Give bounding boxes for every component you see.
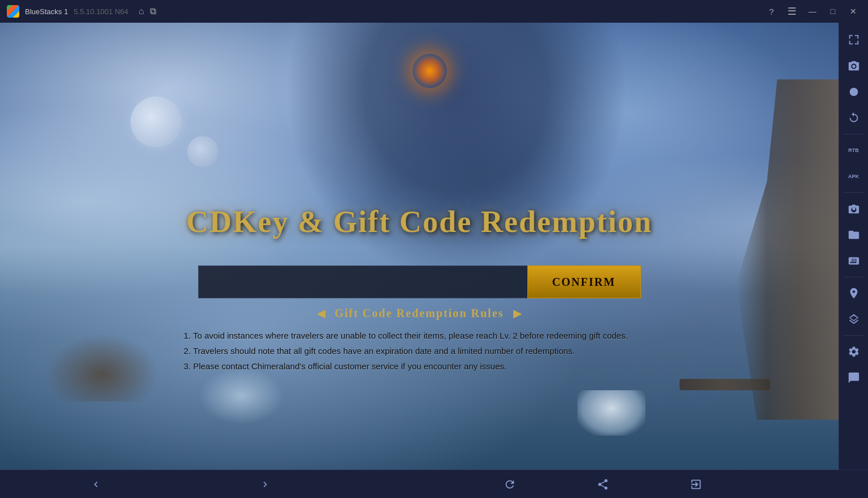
foreground-creature	[199, 368, 284, 424]
minimize-button[interactable]: —	[804, 3, 820, 19]
title-bar-left: BlueStacks 1 5.5.10.1001 N64 ⌂ ⧉	[7, 5, 156, 18]
refresh-button[interactable]	[497, 470, 522, 499]
apk-sidebar-icon[interactable]: APK	[841, 164, 866, 189]
rules-prev-arrow[interactable]: ◀	[317, 306, 325, 320]
window-controls: ? ☰ — □ ✕	[764, 3, 861, 19]
white-creature	[577, 390, 645, 436]
rules-title: Gift Code Redemption Rules	[334, 307, 504, 320]
exit-button[interactable]	[684, 470, 708, 499]
rule-item-1: 1. To avoid instances where travelers ar…	[184, 328, 655, 343]
app-title: BlueStacks 1	[25, 7, 68, 16]
sidebar-divider-3	[844, 277, 864, 277]
cloud-layer	[0, 23, 838, 470]
code-input[interactable]	[198, 265, 527, 298]
main-layout: CDKey & Gift Code Redemption CONFIRM ◀ G…	[0, 23, 868, 470]
page-title: CDKey & Gift Code Redemption	[164, 204, 675, 239]
layers-sidebar-icon[interactable]	[841, 307, 866, 332]
menu-button[interactable]: ☰	[784, 3, 800, 19]
back-button[interactable]	[11, 470, 181, 499]
camera2-sidebar-icon[interactable]	[841, 196, 866, 221]
game-area: CDKey & Gift Code Redemption CONFIRM ◀ G…	[0, 23, 838, 470]
close-button[interactable]: ✕	[845, 3, 861, 19]
input-area: CONFIRM	[198, 265, 641, 298]
foreground-bird	[45, 334, 159, 402]
keyboard-sidebar-icon[interactable]	[841, 248, 866, 273]
forward-button[interactable]	[181, 470, 350, 499]
record-sidebar-icon[interactable]	[841, 79, 866, 104]
maximize-button[interactable]: □	[825, 3, 841, 19]
title-bar: BlueStacks 1 5.5.10.1001 N64 ⌂ ⧉ ? ☰ — □…	[0, 0, 868, 23]
sidebar-divider-2	[844, 192, 864, 193]
rule-item-2: 2. Travelers should note that all gift c…	[184, 343, 655, 358]
settings-sidebar-icon[interactable]	[841, 339, 866, 364]
app-version: 5.5.10.1001 N64	[74, 7, 128, 16]
rotate-sidebar-icon[interactable]	[841, 105, 866, 130]
screenshot-sidebar-icon[interactable]	[841, 53, 866, 78]
svg-point-0	[849, 88, 858, 96]
rules-section: ◀ Gift Code Redemption Rules ▶ 1. To avo…	[173, 306, 666, 374]
support-sidebar-icon[interactable]	[841, 365, 866, 390]
location-sidebar-icon[interactable]	[841, 281, 866, 306]
confirm-button[interactable]: CONFIRM	[527, 265, 641, 298]
dragon-fire-glow	[413, 54, 447, 88]
expand-sidebar-icon[interactable]	[841, 27, 866, 52]
folder-sidebar-icon[interactable]	[841, 222, 866, 247]
bottom-bar	[0, 470, 868, 498]
cliff-platform	[680, 379, 770, 390]
moon-large	[131, 96, 182, 147]
share-button[interactable]	[590, 470, 615, 499]
home-icon[interactable]: ⌂	[139, 6, 144, 16]
rtb-sidebar-icon[interactable]: RTB	[841, 138, 866, 163]
moon-small	[187, 136, 219, 167]
bluestacks-logo-icon	[7, 5, 19, 18]
right-sidebar: RTB APK	[838, 23, 868, 470]
rules-header: ◀ Gift Code Redemption Rules ▶	[173, 306, 666, 320]
sidebar-divider-1	[844, 134, 864, 134]
rules-content: 1. To avoid instances where travelers ar…	[173, 328, 666, 374]
help-button[interactable]: ?	[764, 3, 779, 19]
sidebar-divider-4	[844, 335, 864, 336]
rule-item-3: 3. Please contact Chimeraland's official…	[184, 358, 655, 374]
tabs-icon[interactable]: ⧉	[150, 6, 156, 16]
rules-next-arrow[interactable]: ▶	[513, 306, 522, 320]
